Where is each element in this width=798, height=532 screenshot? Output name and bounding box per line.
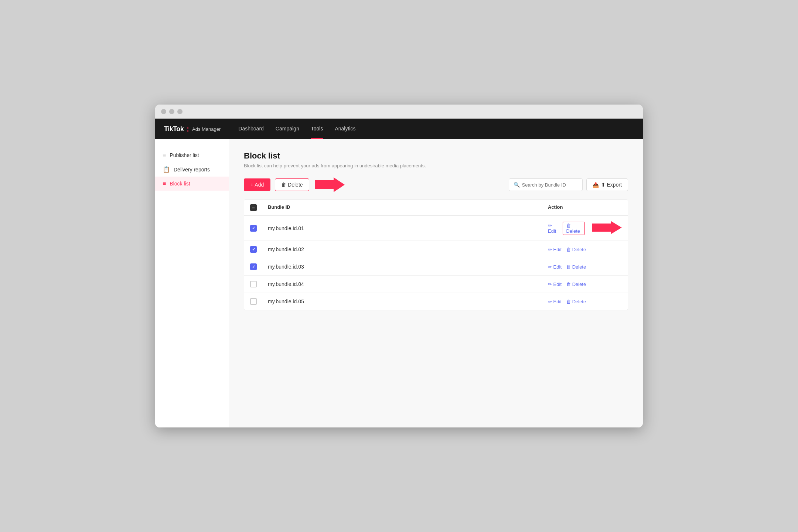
brand-logo: TikTok : Ads Manager — [164, 125, 221, 133]
toolbar: + Add 🗑 Delete 🔍 📤 ⬆ Export — [244, 177, 628, 192]
page-title: Block list — [244, 151, 628, 161]
nav-campaign[interactable]: Campaign — [276, 119, 299, 139]
row3-checkbox[interactable] — [250, 263, 257, 270]
row3-actions: ✏ Edit 🗑 Delete — [548, 264, 622, 270]
svg-marker-0 — [315, 177, 345, 192]
select-all-checkbox[interactable] — [250, 204, 257, 211]
brand-dot: : — [187, 125, 189, 133]
nav-tools[interactable]: Tools — [311, 119, 323, 139]
column-action: Action — [548, 204, 622, 211]
row1-edit-button[interactable]: ✏ Edit — [548, 223, 558, 234]
header-checkbox-cell — [250, 204, 268, 211]
export-button[interactable]: 📤 ⬆ Export — [586, 178, 628, 191]
table-row: my.bundle.id.02 ✏ Edit 🗑 Delete — [244, 241, 628, 258]
row3-bundle-id: my.bundle.id.03 — [268, 264, 548, 270]
sidebar-item-delivery-reports[interactable]: 📋 Delivery reports — [155, 162, 229, 177]
add-button[interactable]: + Add — [244, 178, 270, 191]
table-row: my.bundle.id.04 ✏ Edit 🗑 Delete — [244, 276, 628, 293]
row3-checkbox-cell — [250, 263, 268, 270]
row3-delete-button[interactable]: 🗑 Delete — [566, 264, 586, 270]
export-label: ⬆ Export — [601, 182, 622, 188]
app-window: TikTok : Ads Manager Dashboard Campaign … — [155, 105, 643, 427]
row1-bundle-id: my.bundle.id.01 — [268, 225, 548, 231]
column-bundle-id: Bundle ID — [268, 204, 548, 211]
brand-name: TikTok — [164, 125, 184, 133]
title-bar — [155, 105, 643, 119]
search-box[interactable]: 🔍 — [509, 178, 583, 191]
row4-actions: ✏ Edit 🗑 Delete — [548, 282, 622, 287]
row5-bundle-id: my.bundle.id.05 — [268, 299, 548, 304]
row2-checkbox[interactable] — [250, 246, 257, 253]
nav-analytics[interactable]: Analytics — [335, 119, 355, 139]
row5-edit-button[interactable]: ✏ Edit — [548, 299, 562, 304]
row5-checkbox[interactable] — [250, 298, 257, 305]
table-header: Bundle ID Action — [244, 200, 628, 216]
bulk-delete-button[interactable]: 🗑 Delete — [275, 178, 309, 191]
row4-edit-button[interactable]: ✏ Edit — [548, 282, 562, 287]
row4-checkbox[interactable] — [250, 281, 257, 287]
svg-marker-1 — [592, 221, 622, 234]
main-content: Block list Block list can help prevent y… — [229, 139, 643, 427]
sidebar-item-publisher-list[interactable]: ≡ Publisher list — [155, 148, 229, 162]
row4-bundle-id: my.bundle.id.04 — [268, 281, 548, 287]
bundle-table: Bundle ID Action my.bundle.id.01 ✏ Edit … — [244, 200, 628, 310]
sidebar-item-label-delivery: Delivery reports — [174, 167, 210, 173]
row5-delete-button[interactable]: 🗑 Delete — [566, 299, 586, 304]
row1-checkbox[interactable] — [250, 225, 257, 232]
row3-edit-button[interactable]: ✏ Edit — [548, 264, 562, 270]
row1-actions: ✏ Edit 🗑 Delete — [548, 221, 622, 235]
row4-delete-button[interactable]: 🗑 Delete — [566, 282, 586, 287]
sidebar: ≡ Publisher list 📋 Delivery reports ≡ Bl… — [155, 139, 229, 427]
row2-actions: ✏ Edit 🗑 Delete — [548, 247, 622, 252]
page-description: Block list can help prevent your ads fro… — [244, 163, 628, 168]
table-row: my.bundle.id.03 ✏ Edit 🗑 Delete — [244, 258, 628, 276]
search-input[interactable] — [522, 182, 578, 188]
row2-delete-button[interactable]: 🗑 Delete — [566, 247, 586, 252]
row2-checkbox-cell — [250, 246, 268, 253]
export-icon: 📤 — [593, 182, 599, 188]
table-row: my.bundle.id.05 ✏ Edit 🗑 Delete — [244, 293, 628, 310]
delivery-reports-icon: 📋 — [163, 166, 170, 173]
row4-checkbox-cell — [250, 281, 268, 287]
traffic-light-close[interactable] — [161, 109, 166, 114]
traffic-light-maximize[interactable] — [177, 109, 183, 114]
sidebar-item-label-block: Block list — [170, 181, 190, 187]
annotation-arrow-row — [592, 221, 622, 235]
row5-actions: ✏ Edit 🗑 Delete — [548, 299, 622, 304]
table-row: my.bundle.id.01 ✏ Edit 🗑 Delete — [244, 216, 628, 241]
sidebar-item-block-list[interactable]: ≡ Block list — [155, 177, 229, 191]
block-list-icon: ≡ — [163, 180, 166, 187]
brand-sub: Ads Manager — [192, 126, 221, 132]
nav-dashboard[interactable]: Dashboard — [238, 119, 264, 139]
traffic-light-minimize[interactable] — [169, 109, 174, 114]
row2-edit-button[interactable]: ✏ Edit — [548, 247, 562, 252]
row5-checkbox-cell — [250, 298, 268, 305]
annotation-arrow-top — [315, 177, 345, 192]
row1-checkbox-cell — [250, 225, 268, 232]
nav-bar: TikTok : Ads Manager Dashboard Campaign … — [155, 119, 643, 139]
publisher-list-icon: ≡ — [163, 152, 166, 158]
row1-delete-button[interactable]: 🗑 Delete — [563, 222, 585, 235]
search-icon: 🔍 — [514, 182, 520, 188]
toolbar-right: 🔍 📤 ⬆ Export — [509, 178, 628, 191]
content-area: ≡ Publisher list 📋 Delivery reports ≡ Bl… — [155, 139, 643, 427]
sidebar-item-label-publisher: Publisher list — [170, 152, 199, 158]
row2-bundle-id: my.bundle.id.02 — [268, 246, 548, 252]
